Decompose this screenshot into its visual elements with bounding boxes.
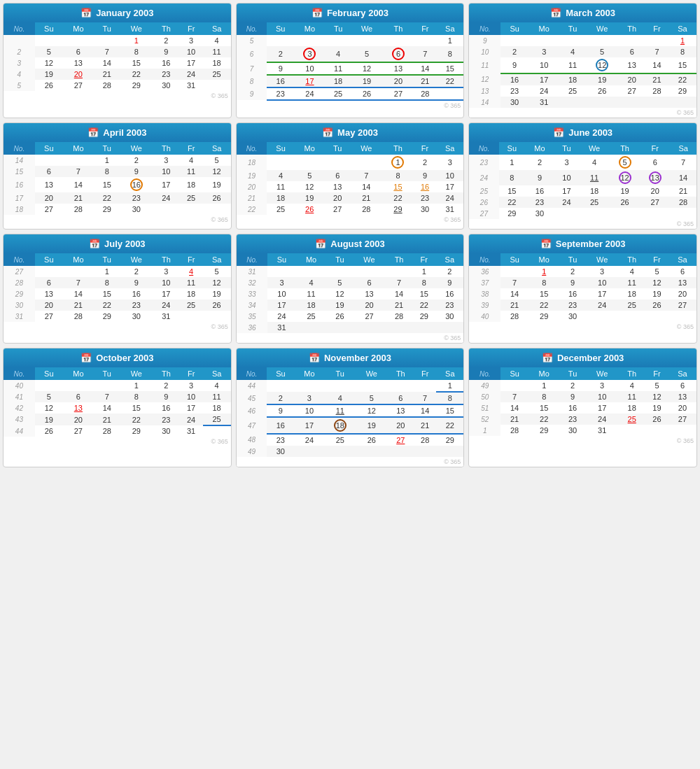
day-cell: [610, 208, 640, 219]
calendar-title: June 2003: [568, 127, 612, 138]
day-header-su: Su: [267, 367, 294, 380]
week-no-header: No.: [237, 367, 267, 380]
day-cell: 6: [618, 46, 645, 57]
day-cell: 18: [180, 288, 203, 299]
day-cell: [267, 35, 294, 46]
calendar-row: 79101112131415: [237, 62, 464, 75]
day-cell: 18: [559, 73, 586, 85]
calendar-footer: © 365: [237, 457, 464, 467]
day-cell: 25: [295, 311, 326, 322]
day-cell: 13: [325, 181, 351, 192]
day-cell: 15: [499, 185, 526, 197]
day-cell: 7: [386, 277, 413, 288]
day-cell: 21: [94, 69, 120, 80]
day-cell: 14: [670, 170, 696, 185]
day-cell: 21: [63, 299, 94, 311]
day-cell: 25: [180, 192, 203, 204]
day-cell: 7: [94, 391, 120, 402]
day-cell: 6: [668, 266, 696, 277]
day-cell: 30: [267, 446, 294, 457]
calendar-title: September 2003: [556, 239, 626, 249]
day-cell: 10: [180, 391, 203, 402]
day-cell: 30: [559, 425, 586, 436]
day-cell: 20: [63, 414, 94, 425]
day-cell: 25: [579, 197, 610, 208]
calendar-title: July 2003: [104, 239, 146, 249]
day-cell: 8: [412, 277, 435, 288]
day-header-su: Su: [35, 22, 63, 35]
day-cell: 28: [94, 80, 120, 91]
calendar-row: 5114151617181920: [469, 402, 696, 414]
day-cell: 6: [387, 392, 414, 404]
calendar-row: 4212131415161718: [4, 402, 231, 414]
day-header-tu: Tu: [94, 142, 120, 155]
calendar-row: 312131415161718: [4, 57, 231, 69]
day-cell: 2: [500, 46, 528, 57]
day-cell: 26: [610, 197, 640, 208]
calendar-row: 18123: [237, 155, 464, 170]
day-cell: 17: [180, 57, 203, 69]
day-cell: 29: [528, 425, 559, 436]
day-header-sa: Sa: [203, 142, 231, 155]
day-header-fr: Fr: [414, 367, 436, 380]
day-header-th: Th: [153, 367, 180, 380]
day-cell: 18: [579, 185, 610, 197]
day-header-fr: Fr: [645, 22, 668, 35]
day-cell: 22: [412, 299, 435, 311]
day-header-th: Th: [153, 22, 180, 35]
day-header-we: We: [579, 142, 610, 155]
day-cell: [386, 322, 413, 333]
day-cell: [327, 322, 354, 333]
calendar-row: 1323242526272829: [469, 85, 696, 97]
week-number: 12: [469, 73, 500, 85]
calendar-icon: 📅: [315, 239, 326, 249]
day-value: 25: [628, 415, 636, 423]
day-header-we: We: [120, 142, 153, 155]
day-cell: 3: [294, 392, 324, 404]
day-cell: 21: [500, 299, 528, 311]
day-cell: [500, 380, 528, 391]
day-cell: 19: [610, 185, 640, 197]
week-no-header: No.: [4, 142, 35, 155]
day-cell: 14: [500, 288, 528, 299]
day-header-tu: Tu: [554, 142, 579, 155]
day-cell: [267, 155, 294, 170]
day-cell: 11: [559, 57, 586, 73]
day-cell: 4: [324, 392, 356, 404]
day-cell: [559, 97, 586, 108]
day-cell: [353, 266, 386, 277]
calendar-row: 3631: [237, 322, 464, 333]
day-header-we: We: [356, 367, 387, 380]
calendar-footer: © 365: [237, 333, 464, 343]
week-number: 23: [469, 155, 498, 170]
calendar-header: 📅June 2003: [469, 123, 696, 142]
day-cell: 7: [414, 392, 436, 404]
day-cell: 8: [120, 46, 153, 57]
day-header-sa: Sa: [203, 22, 231, 35]
day-cell: [203, 204, 231, 215]
day-cell: 11: [203, 391, 231, 402]
day-header-th: Th: [382, 142, 414, 155]
day-cell: 3: [528, 46, 559, 57]
day-cell: 5: [327, 277, 354, 288]
day-header-fr: Fr: [645, 253, 668, 266]
day-cell: 23: [525, 197, 554, 208]
calendar-row: 816171819202122: [237, 75, 464, 87]
day-value: 11: [590, 174, 598, 182]
day-cell: 28: [414, 434, 436, 446]
week-number: 52: [469, 414, 500, 425]
day-cell: 28: [351, 204, 383, 215]
day-cell: 27: [618, 85, 645, 97]
day-cell: 15: [528, 402, 559, 414]
day-cell: 22: [94, 299, 120, 311]
day-cell: 24: [267, 311, 295, 322]
calendar-row: 2567891011: [4, 46, 231, 57]
week-number: 10: [469, 46, 500, 57]
day-cell: 26: [645, 414, 668, 425]
day-cell: 14: [645, 57, 668, 73]
day-cell: 20: [668, 288, 696, 299]
day-cell: 22: [436, 417, 463, 434]
day-cell: [325, 155, 351, 170]
day-cell: 3: [586, 380, 619, 391]
day-cell: [295, 322, 326, 333]
